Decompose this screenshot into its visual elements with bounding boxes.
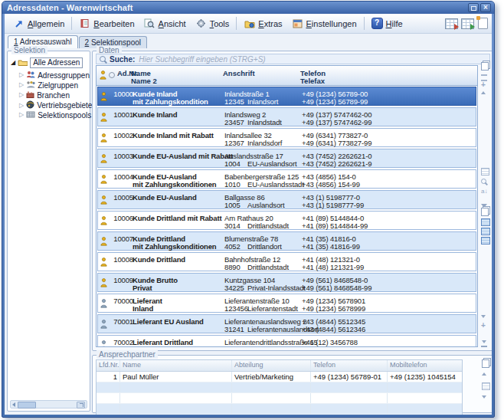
copy-pages-icon[interactable] [481, 62, 489, 71]
record-grip-icon[interactable] [482, 382, 490, 390]
tree-node-branchen[interactable]: ▷ Branchen [19, 90, 70, 100]
search-rows-icon[interactable] [481, 179, 486, 184]
cell-city: Inlandsort [247, 97, 278, 106]
list-view-1-icon[interactable] [481, 218, 490, 226]
address-table-row[interactable]: 10003 Kunde EU-Ausland mit Rabatt Auslan… [97, 149, 476, 168]
address-table-row[interactable]: 10008 Kunde Drittland Bahnhofstraße 12 8… [97, 252, 476, 271]
duplicate-icon[interactable] [481, 208, 489, 216]
expanded-arrow-icon[interactable]: ◢ [11, 60, 15, 66]
contacts-table-header[interactable]: Lfd.Nr. Name Abteilung Telefon Mobiltele… [97, 360, 462, 372]
cell-name2: mit Zahlungskonditionen [133, 242, 217, 251]
address-table-row[interactable]: 70002 Lieferant Drittland Lieferantendri… [97, 335, 476, 346]
app-window: Adressdaten - Warenwirtschaft Allgemein … [2, 1, 495, 418]
close-icon[interactable] [480, 3, 491, 12]
cell-zip: 23457 [224, 118, 244, 126]
horizontal-scrollbar[interactable] [10, 400, 87, 409]
search-label: Suche: [110, 55, 135, 64]
cell-abteilung [231, 404, 310, 414]
address-table-row[interactable]: 10002 Kunde Inland mit Rabatt Inlandsall… [97, 128, 476, 147]
address-table-row[interactable]: 10000 Kunde Inland mit Zahlungskondition… [97, 87, 476, 106]
contact-table-row[interactable] [97, 382, 462, 393]
tree-node-adressgruppen[interactable]: ▷ Adressgruppen [19, 71, 90, 80]
table-export-icon[interactable] [445, 18, 458, 29]
scroll-left-icon[interactable] [12, 402, 15, 407]
contacts-tool-strip [479, 359, 492, 409]
cell-adnr: 70000 [113, 297, 133, 305]
scroll-up-icon[interactable] [482, 372, 486, 376]
cell-name2: Privat [133, 284, 152, 292]
expand-rows-icon[interactable] [481, 82, 486, 88]
contacts-table: Lfd.Nr. Name Abteilung Telefon Mobiltele… [96, 359, 463, 415]
cell-zip: 12345 [224, 97, 244, 106]
menu-einstellungen[interactable]: Einstellungen [287, 16, 362, 31]
contact-table-row[interactable] [97, 393, 462, 404]
menu-extras[interactable]: Extras [239, 16, 286, 31]
collapsed-arrow-icon[interactable]: ▷ [19, 82, 24, 88]
tree-node-alle-adressen[interactable]: ◢ Alle Adressen [11, 57, 83, 68]
search-icon [100, 56, 106, 62]
address-table-row[interactable]: 70001 Lieferant EU Ausland Lieferantenau… [97, 314, 476, 333]
tree-node-vertriebsgebiete[interactable]: ▷ Vertriebsgebiete [19, 100, 92, 110]
cell-name2: mit Zahlungskondition [133, 97, 208, 106]
tree-node-selektionspools[interactable]: ▷ Selektionspools [19, 110, 91, 120]
search-input[interactable]: Suche: Hier Suchbegriff eingeben (STRG+S… [96, 54, 490, 64]
person-icon [100, 195, 107, 206]
contact-table-row[interactable]: 1 Paul Müller Vertrieb/Marketing +49 (12… [97, 372, 462, 382]
cell-adnr: 10002 [113, 131, 133, 139]
person-icon [100, 340, 107, 346]
cell-adnr: 10008 [113, 255, 133, 264]
menu-tools[interactable]: Tools [191, 16, 234, 31]
column-abteilung: Abteilung [231, 360, 310, 371]
cell-city: Drittlandort [247, 242, 282, 251]
address-table-row[interactable]: 10007 Kunde Drittland mit Zahlungskondit… [97, 231, 476, 251]
cell-city: EU-Auslandsstadt [247, 180, 304, 189]
cell-telefax: +41 (48) 121321-99 [302, 263, 364, 271]
address-table-row[interactable]: 10009 Kunde Brutto Privat Kuntzgasse 104… [97, 273, 476, 292]
go-last-icon[interactable] [481, 340, 487, 347]
menu-bearbeiten[interactable]: Bearbeiten [74, 16, 139, 31]
resize-grip-icon[interactable] [77, 402, 85, 409]
cell-adnr: 10000 [113, 90, 133, 98]
collapsed-arrow-icon[interactable]: ▷ [19, 72, 24, 78]
settings-window-icon [292, 18, 303, 29]
menu-ansicht[interactable]: Ansicht [139, 16, 191, 31]
cell-mobiltelefon [387, 393, 462, 403]
cell-abteilung [231, 382, 310, 392]
restore-icon[interactable] [468, 3, 479, 12]
collapsed-arrow-icon[interactable]: ▷ [19, 112, 24, 118]
address-table-row[interactable]: 10005 Kunde EU-Ausland Ballgasse 86 1005… [97, 190, 476, 209]
menu-allgemein[interactable]: Allgemein [8, 16, 69, 31]
cell-telefax: +49 (561) 8468548-99 [302, 284, 371, 292]
collapsed-arrow-icon[interactable]: ▷ [19, 92, 24, 98]
scroll-down-icon[interactable] [481, 315, 486, 318]
menu-hilfe[interactable]: Hilfe [367, 16, 407, 31]
address-table-header[interactable]: Ad.Nr. Name Name 2 Anschrift Telefon Tel… [97, 66, 477, 86]
cell-telefax: +49 (137) 5747462-99 [302, 118, 371, 126]
scroll-up-icon[interactable] [481, 91, 486, 94]
card-view-icon[interactable] [481, 168, 489, 176]
sort-icon[interactable] [481, 189, 487, 195]
add-row-icon[interactable] [481, 323, 486, 329]
cell-telefon [310, 393, 387, 403]
tree-node-label: Branchen [37, 91, 70, 100]
cell-adnr: 10003 [113, 152, 133, 160]
address-table-row[interactable]: 70000 Lieferant Inland Lieferantenstraße… [97, 294, 476, 313]
address-table-row[interactable]: 10006 Kunde Drittland mit Rabatt Am Rath… [97, 211, 476, 230]
copy-pages-icon[interactable] [482, 359, 489, 368]
table-import-icon[interactable] [461, 18, 474, 29]
scrollbar-thumb[interactable] [18, 402, 36, 409]
address-table-row[interactable]: 10004 Kunde EU-Ausland mit Zahlungskondi… [97, 169, 476, 189]
address-table-row[interactable]: 10001 Kunde Inland Inlandsweg 2 23457 In… [97, 107, 476, 126]
tree-node-zielgruppen[interactable]: ▷ Zielgruppen [19, 80, 78, 90]
collapsed-arrow-icon[interactable]: ▷ [19, 103, 24, 109]
contact-table-row[interactable] [97, 404, 462, 415]
new-page-icon[interactable] [478, 18, 488, 29]
search-placeholder: Hier Suchbegriff eingeben (STRG+S) [139, 55, 265, 64]
list-view-2-icon[interactable] [481, 228, 490, 235]
cell-adnr: 70002 [113, 338, 133, 346]
list-view-3-icon[interactable] [481, 237, 490, 244]
help-icon [371, 18, 383, 29]
title-bar[interactable]: Adressdaten - Warenwirtschaft [2, 2, 494, 14]
scroll-down-icon[interactable] [482, 395, 486, 399]
tree-node-label: Adressgruppen [38, 71, 90, 80]
